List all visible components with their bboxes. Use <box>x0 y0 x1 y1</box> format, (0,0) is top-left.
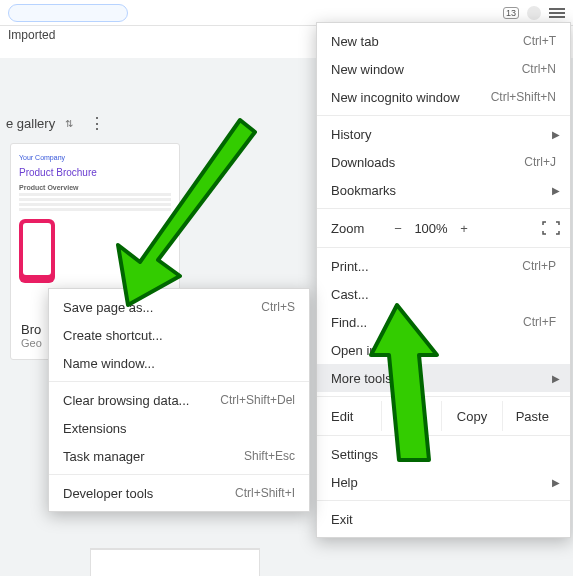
kebab-menu-icon[interactable] <box>549 5 565 21</box>
thumb-overview: Product Overview <box>19 184 171 191</box>
zoom-out-button[interactable]: − <box>386 221 410 236</box>
menu-open-in-docs[interactable]: Open in Docs <box>317 336 570 364</box>
menu-help[interactable]: Help▶ <box>317 468 570 496</box>
copy-button[interactable]: Copy <box>441 401 501 431</box>
menu-downloads[interactable]: DownloadsCtrl+J <box>317 148 570 176</box>
submenu-extensions[interactable]: Extensions <box>49 414 309 442</box>
chevron-right-icon: ▶ <box>552 477 560 488</box>
menu-print[interactable]: Print...Ctrl+P <box>317 252 570 280</box>
menu-settings[interactable]: Settings <box>317 440 570 468</box>
bookmark-folder[interactable]: Imported <box>8 28 55 42</box>
gallery-menu-icon[interactable]: ⋮ <box>83 114 111 133</box>
menu-exit[interactable]: Exit <box>317 505 570 533</box>
menu-bookmarks[interactable]: Bookmarks▶ <box>317 176 570 204</box>
submenu-clear-browsing[interactable]: Clear browsing data...Ctrl+Shift+Del <box>49 386 309 414</box>
paste-button[interactable]: Paste <box>502 401 562 431</box>
profile-avatar[interactable] <box>527 6 541 20</box>
sort-icon[interactable]: ⇅ <box>65 118 73 129</box>
url-bar[interactable] <box>8 4 128 22</box>
submenu-developer-tools[interactable]: Developer toolsCtrl+Shift+I <box>49 479 309 507</box>
chevron-right-icon: ▶ <box>552 129 560 140</box>
submenu-task-manager[interactable]: Task managerShift+Esc <box>49 442 309 470</box>
gallery-title: e gallery <box>6 116 55 131</box>
chevron-right-icon: ▶ <box>552 373 560 384</box>
menu-history[interactable]: History▶ <box>317 120 570 148</box>
menu-new-incognito[interactable]: New incognito windowCtrl+Shift+N <box>317 83 570 111</box>
thumb-title: Product Brochure <box>19 167 171 178</box>
chevron-right-icon: ▶ <box>552 185 560 196</box>
thumb-image <box>19 219 55 283</box>
submenu-save-page[interactable]: Save page as...Ctrl+S <box>49 293 309 321</box>
extension-badge[interactable]: 13 <box>503 7 519 19</box>
menu-cast[interactable]: Cast... <box>317 280 570 308</box>
menu-zoom-row: Zoom − 100% + <box>317 213 570 243</box>
zoom-label: Zoom <box>331 221 386 236</box>
partial-card <box>90 548 260 576</box>
edit-label: Edit <box>331 409 381 424</box>
menu-edit-row: Edit Cut Copy Paste <box>317 401 570 431</box>
menu-new-window[interactable]: New windowCtrl+N <box>317 55 570 83</box>
menu-find[interactable]: Find...Ctrl+F <box>317 308 570 336</box>
chrome-main-menu: New tabCtrl+T New windowCtrl+N New incog… <box>316 22 571 538</box>
zoom-value: 100% <box>410 221 452 236</box>
menu-new-tab[interactable]: New tabCtrl+T <box>317 27 570 55</box>
zoom-in-button[interactable]: + <box>452 221 476 236</box>
submenu-name-window[interactable]: Name window... <box>49 349 309 377</box>
more-tools-submenu: Save page as...Ctrl+S Create shortcut...… <box>48 288 310 512</box>
cut-button[interactable]: Cut <box>381 401 441 431</box>
menu-more-tools[interactable]: More tools▶ <box>317 364 570 392</box>
fullscreen-icon[interactable] <box>542 221 560 235</box>
thumb-company: Your Company <box>19 154 171 161</box>
submenu-create-shortcut[interactable]: Create shortcut... <box>49 321 309 349</box>
